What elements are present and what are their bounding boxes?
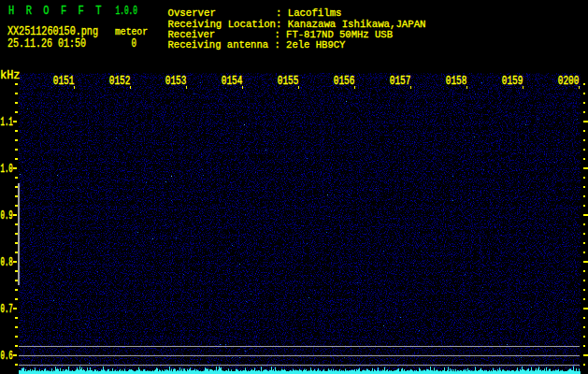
svg-text:0158: 0158 — [446, 75, 467, 88]
svg-text:0151: 0151 — [53, 75, 75, 88]
svg-text:0: 0 — [132, 36, 137, 50]
svg-text:0.8: 0.8 — [1, 256, 13, 269]
svg-text:0154: 0154 — [222, 75, 242, 88]
svg-text:1.1: 1.1 — [1, 116, 13, 129]
svg-text:0.6: 0.6 — [1, 350, 13, 363]
svg-text:1.0: 1.0 — [1, 163, 13, 176]
svg-text:Receiving antenna : 2ele HB9CY: Receiving antenna : 2ele HB9CY — [168, 38, 346, 50]
svg-text:H R O F F T: H R O F F T — [8, 4, 102, 18]
svg-text:0159: 0159 — [502, 75, 523, 88]
svg-text:0.9: 0.9 — [1, 209, 13, 223]
svg-text:1.0.0: 1.0.0 — [116, 5, 138, 18]
svg-text:0200: 0200 — [558, 75, 580, 88]
svg-text:0153: 0153 — [165, 75, 187, 88]
svg-text:0157: 0157 — [390, 75, 411, 88]
svg-text:0155: 0155 — [278, 75, 299, 88]
svg-text:0152: 0152 — [109, 75, 131, 88]
svg-text:0156: 0156 — [334, 75, 355, 88]
svg-text:0.7: 0.7 — [1, 303, 13, 316]
svg-text:25.11.26 01:50: 25.11.26 01:50 — [7, 36, 86, 50]
svg-text:kHz: kHz — [0, 68, 21, 82]
